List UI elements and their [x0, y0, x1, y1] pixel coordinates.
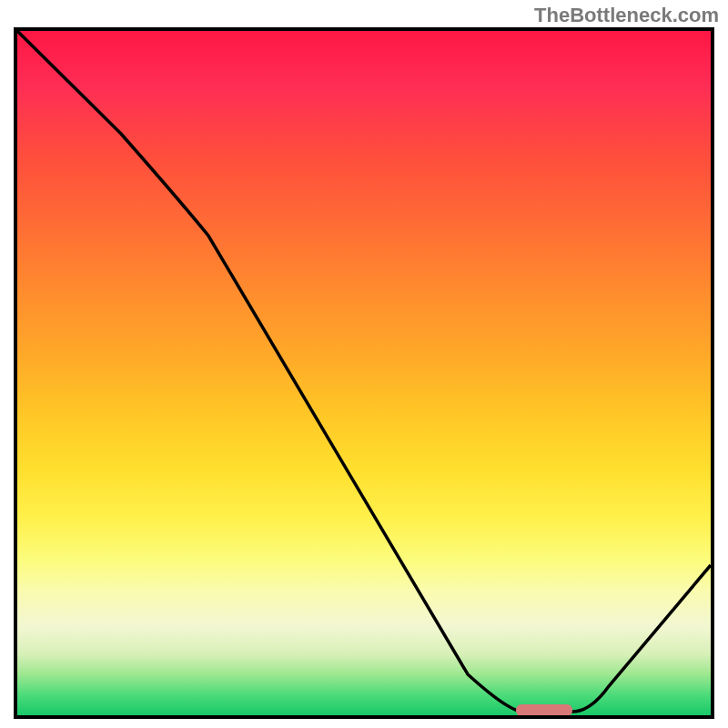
optimal-range-marker — [516, 704, 572, 716]
bottleneck-curve-svg — [17, 31, 711, 715]
watermark-text: TheBottleneck.com — [534, 4, 719, 27]
chart-container — [14, 27, 714, 719]
bottleneck-curve-path — [17, 31, 711, 712]
